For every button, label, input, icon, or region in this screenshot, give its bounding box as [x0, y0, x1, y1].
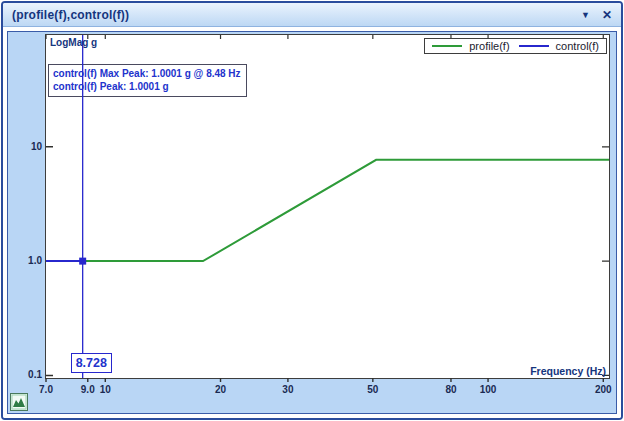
y-tick-label: 0.1 — [12, 369, 42, 380]
x-tick-label: 30 — [271, 384, 305, 395]
chevron-down-icon[interactable]: ▼ — [581, 10, 590, 20]
x-tick-label: 200 — [586, 384, 620, 395]
control-line-swatch — [519, 45, 549, 47]
chart-svg — [46, 35, 609, 378]
legend-label-profile: profile(f) — [469, 40, 509, 52]
x-tick-label: 20 — [204, 384, 238, 395]
legend-item-control: control(f) — [519, 40, 599, 52]
y-tick-label: 10 — [12, 141, 42, 152]
plot-panel: LogMag g profile(f) control(f) control(f… — [7, 31, 617, 414]
x-tick-label: 10 — [88, 384, 122, 395]
legend: profile(f) control(f) — [424, 38, 607, 54]
logmag-axis-label: LogMag g — [50, 37, 97, 48]
plot-area[interactable]: LogMag g profile(f) control(f) control(f… — [45, 34, 610, 379]
window-title: (profile(f),control(f)) — [12, 8, 129, 22]
cursor-readout[interactable]: 8.728 — [71, 353, 112, 373]
legend-item-profile: profile(f) — [432, 40, 509, 52]
x-tick-label: 100 — [471, 384, 505, 395]
window-titlebar[interactable]: (profile(f),control(f)) ▼ ✕ — [3, 3, 621, 27]
frequency-axis-label: Frequency (Hz) — [530, 365, 606, 377]
window-body: LogMag g profile(f) control(f) control(f… — [3, 27, 621, 418]
x-tick-label: 50 — [356, 384, 390, 395]
plot-window: (profile(f),control(f)) ▼ ✕ LogMag g pro… — [1, 1, 623, 420]
close-icon[interactable]: ✕ — [602, 8, 612, 22]
y-tick-label: 1.0 — [12, 255, 42, 266]
profile-trace — [46, 160, 609, 261]
x-tick-label: 80 — [434, 384, 468, 395]
legend-label-control: control(f) — [556, 40, 599, 52]
x-tick-label: 7.0 — [29, 384, 63, 395]
chart-thumbnail-icon[interactable] — [10, 393, 28, 411]
cursor-marker[interactable] — [79, 258, 86, 265]
profile-line-swatch — [432, 45, 462, 47]
